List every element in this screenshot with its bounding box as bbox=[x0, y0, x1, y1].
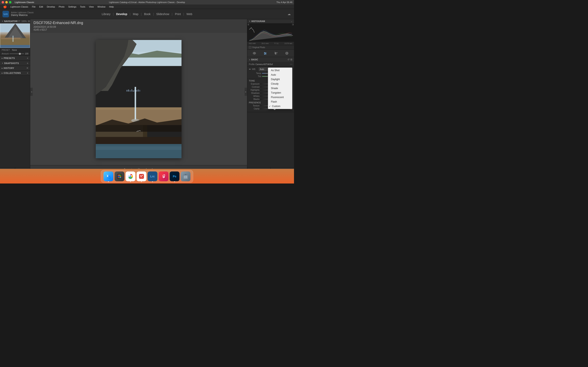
collections-header[interactable]: ▶ Collections + bbox=[0, 71, 30, 75]
nav-web[interactable]: Web bbox=[184, 12, 195, 17]
basic-reset-icon[interactable]: ↺ bbox=[287, 58, 290, 61]
menu-lightroom[interactable]: Lightroom Classic bbox=[9, 5, 30, 8]
profile-label: Profile bbox=[249, 63, 255, 66]
close-button[interactable] bbox=[2, 1, 4, 3]
wb-option-cloudy[interactable]: Cloudy bbox=[268, 82, 292, 86]
menu-view[interactable]: View bbox=[87, 5, 95, 8]
nav-print[interactable]: Print bbox=[173, 12, 183, 17]
collections-add-icon[interactable]: + bbox=[27, 72, 28, 75]
nav-zoom2[interactable]: 66.7% bbox=[28, 20, 30, 22]
histogram-header[interactable]: ▼ Histogram ⌄ bbox=[247, 19, 294, 23]
dock-music[interactable] bbox=[159, 171, 168, 181]
menu-edit[interactable]: Edit bbox=[38, 5, 45, 8]
right-panel-scroll: ▲ Basic ↺ ⊞ Profile Camera ASTIA/Sof ⋯ ✒ bbox=[247, 57, 294, 167]
maximize-button[interactable] bbox=[9, 1, 11, 3]
apple-menu[interactable]: 🍎 bbox=[2, 5, 8, 9]
minimize-button[interactable] bbox=[5, 1, 8, 3]
menu-window[interactable]: Window bbox=[96, 5, 107, 8]
wb-option-custom[interactable]: Custom bbox=[268, 104, 292, 108]
presets-header[interactable]: ▶ Presets + bbox=[0, 56, 30, 60]
ps-dot bbox=[174, 181, 175, 182]
nav-map[interactable]: Map bbox=[130, 12, 141, 17]
window-controls[interactable] bbox=[2, 1, 11, 3]
svg-point-39 bbox=[286, 52, 288, 54]
whites-label: Whites bbox=[249, 95, 259, 97]
menu-file[interactable]: File bbox=[30, 5, 37, 8]
dock-lightroom[interactable]: Lrc bbox=[148, 171, 157, 181]
crop-icon[interactable] bbox=[274, 51, 278, 56]
wb-option-daylight[interactable]: Daylight bbox=[268, 77, 292, 82]
dock-trash[interactable] bbox=[181, 171, 190, 181]
svg-point-42 bbox=[107, 175, 108, 177]
original-photo-row: Original Photo bbox=[249, 46, 265, 49]
histogram-svg bbox=[247, 25, 294, 42]
clip-highlights-icon[interactable]: ◨ bbox=[292, 23, 294, 25]
nav-slideshow[interactable]: Slideshow bbox=[154, 12, 172, 17]
wb-popup: As Shot Auto Daylight Cloudy Shade Tungs… bbox=[268, 67, 292, 109]
dock-tasks[interactable] bbox=[137, 171, 146, 181]
snapshots-section: ▼ Snapshots + bbox=[0, 61, 30, 66]
eye-icon[interactable] bbox=[252, 51, 257, 56]
wb-option-flash[interactable]: Flash bbox=[268, 100, 292, 104]
nav-develop[interactable]: Develop bbox=[114, 12, 130, 17]
svg-point-45 bbox=[109, 175, 110, 176]
wb-option-shade[interactable]: Shade bbox=[268, 86, 292, 91]
clarity-label: Clarity bbox=[249, 108, 259, 110]
histogram-arrow-icon: ▼ bbox=[249, 20, 251, 22]
menu-settings[interactable]: Settings bbox=[67, 5, 78, 8]
svg-point-50 bbox=[118, 176, 119, 177]
wb-option-auto[interactable]: Auto bbox=[268, 73, 292, 77]
adjust-icon[interactable] bbox=[263, 51, 268, 56]
history-close-icon[interactable]: ✕ bbox=[26, 67, 28, 69]
original-photo-checkbox[interactable] bbox=[249, 46, 251, 49]
dock-finder[interactable] bbox=[104, 171, 113, 181]
profile-browse-icon[interactable]: ⋯ bbox=[290, 63, 292, 66]
tint-label: Tint bbox=[251, 75, 261, 77]
navigator-thumbnail[interactable] bbox=[0, 24, 30, 48]
wb-eyedropper-icon[interactable]: ✒ bbox=[249, 68, 251, 71]
left-panel-collapse[interactable]: ◀ bbox=[30, 88, 33, 96]
wb-option-tungsten[interactable]: Tungsten bbox=[268, 91, 292, 95]
svg-rect-26 bbox=[135, 87, 136, 119]
histogram-expand-icon[interactable]: ⌄ bbox=[291, 20, 292, 22]
svg-rect-67 bbox=[185, 176, 185, 178]
wb-option-as-shot[interactable]: As Shot bbox=[268, 68, 292, 73]
dock-photoshop[interactable]: Ps bbox=[170, 171, 180, 181]
navigator-header[interactable]: ▼ Navigator FIT 100% 66.7% bbox=[0, 19, 30, 24]
svg-rect-64 bbox=[183, 175, 188, 179]
snapshots-header[interactable]: ▼ Snapshots + bbox=[0, 61, 30, 66]
center-content: DSCF7052-Enhanced-NR.dng 20/03/2024 14:5… bbox=[30, 19, 247, 173]
nav-library[interactable]: Library bbox=[99, 12, 113, 17]
photo-canvas[interactable] bbox=[30, 33, 247, 165]
heal-icon[interactable] bbox=[285, 51, 289, 56]
main-nav: Library | Develop | Map | Book | Slidesh… bbox=[99, 12, 195, 17]
nav-fit[interactable]: FIT bbox=[17, 20, 20, 22]
nav-zoom1[interactable]: 100% bbox=[21, 20, 27, 22]
collections-title: Collections bbox=[4, 72, 21, 74]
user-name: Danny Maiorca bbox=[11, 14, 34, 17]
amount-slider[interactable] bbox=[9, 53, 24, 54]
menu-help[interactable]: Help bbox=[107, 5, 115, 8]
finder-dot bbox=[108, 181, 109, 182]
snapshots-add-icon[interactable]: + bbox=[27, 62, 28, 65]
history-header[interactable]: ▶ History ✕ bbox=[0, 66, 30, 70]
histogram-meta: ISO 640 29.2 mm f / 11 1/170 sec bbox=[247, 42, 294, 45]
snapshots-title: Snapshots bbox=[4, 62, 19, 64]
basic-pin-icon[interactable]: ⊞ bbox=[290, 58, 292, 61]
menu-develop[interactable]: Develop bbox=[45, 5, 57, 8]
dock-chrome[interactable] bbox=[126, 171, 135, 181]
basic-title: Basic bbox=[251, 58, 287, 61]
wb-option-fluorescent[interactable]: Fluorescent bbox=[268, 95, 292, 100]
amount-slider-thumb bbox=[19, 53, 21, 55]
presets-add-icon[interactable]: + bbox=[27, 57, 28, 59]
clip-shadows-icon[interactable]: ◧ bbox=[248, 23, 250, 25]
nav-book[interactable]: Book bbox=[142, 12, 153, 17]
menu-photo[interactable]: Photo bbox=[57, 5, 66, 8]
svg-rect-68 bbox=[186, 176, 187, 178]
basic-header[interactable]: ▲ Basic ↺ ⊞ bbox=[247, 57, 294, 62]
cloud-icon[interactable]: ☁ bbox=[287, 12, 292, 16]
right-panel-collapse[interactable]: ▶ bbox=[245, 88, 247, 96]
dock-launchpad[interactable] bbox=[114, 171, 124, 181]
menu-tools[interactable]: Tools bbox=[78, 5, 87, 8]
svg-rect-15 bbox=[128, 90, 129, 92]
